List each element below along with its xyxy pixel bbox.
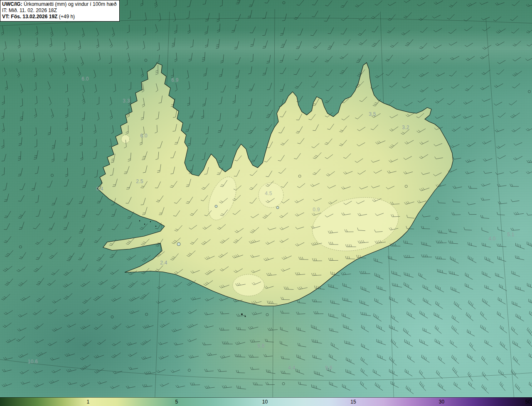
map-value-label: 3.5 bbox=[369, 111, 376, 117]
map-value-label: 0.9 bbox=[313, 207, 320, 213]
map-value-label: 6.0 bbox=[140, 133, 148, 139]
valid-time-line: VT: Fös. 13.02.2026 19Z (+49 h) bbox=[2, 14, 116, 20]
init-time: IT: Mið. 11. 02. 2026 18Z bbox=[2, 7, 116, 14]
colorbar-tick: 30 bbox=[439, 399, 444, 405]
map-value-label: 3.2 bbox=[402, 125, 409, 130]
map-value-label: 4.4 bbox=[288, 365, 296, 371]
map-value-label: 2.4 bbox=[160, 260, 167, 266]
precipitation-colorbar: 1 5 10 15 30 50 bbox=[0, 397, 532, 406]
valid-time-offset: (+49 h) bbox=[59, 14, 75, 20]
product-title-box: UWC/IG: Úrkomumætti (mm) og vindur í 100… bbox=[0, 0, 120, 22]
map-value-label: 4.5 bbox=[265, 191, 272, 196]
valid-time: VT: Fös. 13.02.2026 19Z bbox=[2, 14, 57, 20]
map-value-label: 5.8 bbox=[257, 343, 265, 349]
colorbar-tick: 15 bbox=[350, 399, 356, 405]
weather-map: 6.0 6.9 3.3 6.0 3.5 3.2 2.5 0.4 4.5 0.9 … bbox=[0, 0, 532, 406]
product-label: UWC/IG: bbox=[2, 1, 22, 7]
map-value-label: 6.9 bbox=[171, 77, 179, 83]
wind-barb-field bbox=[0, 0, 532, 406]
map-value-label: 5.1 bbox=[507, 232, 515, 237]
product-title-line: UWC/IG: Úrkomumætti (mm) og vindur í 100… bbox=[2, 1, 116, 7]
map-value-label: 6.0 bbox=[81, 76, 89, 82]
map-value-label: 2.5 bbox=[136, 179, 143, 184]
map-value-label: 10.6 bbox=[28, 359, 38, 364]
colorbar-tick: 10 bbox=[262, 399, 268, 405]
colorbar-tick: 50 bbox=[525, 399, 531, 405]
map-value-label: 4.0 bbox=[488, 236, 496, 242]
product-title: Úrkomumætti (mm) og vindur í 100m hæð bbox=[24, 1, 116, 7]
map-value-label: 3.3 bbox=[123, 98, 130, 104]
map-value-label: 9.6 bbox=[325, 365, 332, 371]
colorbar-tick: 1 bbox=[86, 399, 89, 405]
map-value-label: 0.4 bbox=[96, 186, 103, 192]
colorbar-tick: 5 bbox=[175, 399, 178, 405]
